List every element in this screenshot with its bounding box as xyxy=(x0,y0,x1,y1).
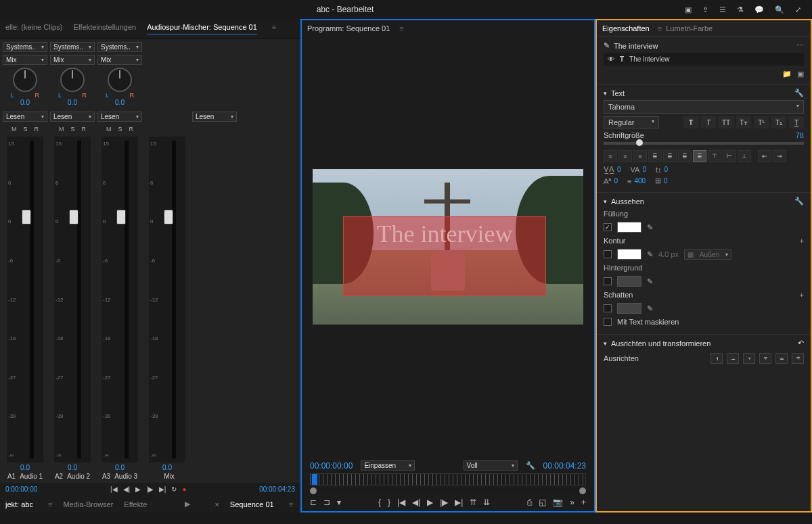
step-back-icon[interactable]: ◀| xyxy=(412,498,420,507)
pan-knob-control[interactable] xyxy=(60,68,85,92)
playhead[interactable] xyxy=(312,474,317,485)
program-video[interactable]: The interview xyxy=(313,169,583,325)
align-left-button[interactable]: ≡ xyxy=(604,150,617,162)
tab-effects[interactable]: Effekteinstellungen xyxy=(73,23,136,34)
eyedropper-icon[interactable]: ✎ xyxy=(647,250,653,259)
underline-button[interactable]: T xyxy=(789,116,804,128)
goto-in-icon[interactable]: |◀ xyxy=(110,485,118,493)
mute-button[interactable]: M xyxy=(106,126,112,133)
eyedropper-icon[interactable]: ✎ xyxy=(647,223,653,232)
tracking-value[interactable]: 0 xyxy=(642,166,646,173)
chevron-down-icon[interactable]: ▾ xyxy=(604,198,607,205)
play-button[interactable]: ▶ xyxy=(185,500,190,508)
align-bottom-icon[interactable]: ⫩ xyxy=(792,353,804,364)
goto-out-icon[interactable]: ▶| xyxy=(455,498,463,507)
visibility-icon[interactable]: 👁 xyxy=(608,55,614,63)
play-icon[interactable]: ▶ xyxy=(427,498,433,507)
justify-right-button[interactable]: ≣ xyxy=(678,150,692,162)
font-size-slider[interactable] xyxy=(604,142,804,145)
lab-icon[interactable]: ⚗ xyxy=(737,5,744,14)
lift-icon[interactable]: ⇈ xyxy=(470,498,476,507)
export-frame-icon[interactable]: ⎙ xyxy=(527,498,532,507)
timecode-current[interactable]: 00:00:00:00 xyxy=(310,461,353,471)
tab-sequence[interactable]: Sequence 01 xyxy=(230,500,274,508)
mute-button[interactable]: M xyxy=(59,126,64,133)
mask-checkbox[interactable] xyxy=(604,318,612,326)
align-top-icon[interactable]: ⫧ xyxy=(759,353,771,364)
fader-handle[interactable] xyxy=(116,210,126,224)
smallcaps-button[interactable]: Tᴛ xyxy=(736,116,751,128)
align-center-button[interactable]: ≡ xyxy=(618,150,632,162)
align-middle-button[interactable]: ⊢ xyxy=(723,150,736,162)
justify-center-button[interactable]: ≣ xyxy=(663,150,677,162)
fader-handle[interactable] xyxy=(164,210,173,224)
solo-button[interactable]: S xyxy=(23,126,27,133)
output-dropdown-3[interactable]: Systems..▾ xyxy=(97,42,142,52)
step-fwd-icon[interactable]: |▶ xyxy=(440,498,448,507)
play-icon[interactable]: ▶ xyxy=(135,485,141,493)
align-hcenter-icon[interactable]: ⫠ xyxy=(727,353,739,364)
new-folder-icon[interactable]: 📁 xyxy=(782,70,792,78)
search-icon[interactable]: 🔍 xyxy=(775,5,784,14)
stroke-position-dropdown[interactable]: ▦ Außen▾ xyxy=(684,249,731,260)
pan-knob-control[interactable] xyxy=(13,68,37,92)
output-dropdown-1[interactable]: Systems..▾ xyxy=(3,42,47,52)
goto-out-icon[interactable]: ▶| xyxy=(159,485,166,493)
baseline-value[interactable]: 0 xyxy=(614,177,618,185)
stroke-width[interactable]: 4.0 px xyxy=(658,250,679,258)
fader-mix[interactable]: 1560-6-12-18-27-39-∞ xyxy=(149,137,185,462)
list-icon[interactable]: ☰ xyxy=(719,5,726,14)
chat-icon[interactable]: 💬 xyxy=(754,5,764,14)
resolution-dropdown[interactable]: Voll▾ xyxy=(464,460,518,471)
goto-in-icon[interactable]: |◀ xyxy=(397,498,405,507)
mute-button[interactable]: M xyxy=(12,126,17,133)
kerning-value[interactable]: 0 xyxy=(617,166,621,173)
align-right-button[interactable]: ≡ xyxy=(633,150,647,162)
bg-checkbox[interactable] xyxy=(604,277,612,285)
fader-2[interactable]: 1560-6-12-18-27-39-∞ xyxy=(54,137,91,462)
panel-menu-icon[interactable]: ≡ xyxy=(658,24,662,32)
align-vcenter-icon[interactable]: ⫨ xyxy=(775,353,788,364)
align-left-icon[interactable]: ⫞ xyxy=(710,353,723,364)
send-dropdown-3[interactable]: Mix▾ xyxy=(97,55,142,65)
font-size-value[interactable]: 78 xyxy=(796,131,804,139)
tsume-value[interactable]: 400 xyxy=(634,177,646,185)
solo-button[interactable]: S xyxy=(118,126,122,133)
automation-dropdown-2[interactable]: Lesen▾ xyxy=(50,112,95,122)
step-back-icon[interactable]: ◀| xyxy=(123,485,131,493)
align-top-button[interactable]: ⊤ xyxy=(708,150,721,162)
add-shadow-icon[interactable]: + xyxy=(800,291,804,299)
fill-color-swatch[interactable] xyxy=(617,222,641,233)
workspace-icon[interactable]: ▣ xyxy=(685,5,692,14)
font-family-dropdown[interactable]: Tahoma▾ xyxy=(604,100,804,114)
eyedropper-icon[interactable]: ✎ xyxy=(647,277,653,286)
step-fwd-icon[interactable]: |▶ xyxy=(146,485,154,493)
timecode-out[interactable]: 00:00:04:23 xyxy=(259,485,295,493)
tab-source[interactable]: elle: (keine Clips) xyxy=(5,23,62,34)
fader-handle[interactable] xyxy=(22,210,31,224)
time-ruler[interactable] xyxy=(310,473,586,485)
camera-icon[interactable]: 📷 xyxy=(553,498,563,507)
pan-knob-control[interactable] xyxy=(108,68,132,92)
ltr-button[interactable]: ⇥ xyxy=(773,150,786,162)
italic-button[interactable]: T xyxy=(701,116,716,128)
scrub-bar[interactable] xyxy=(310,488,586,494)
automation-dropdown-3[interactable]: Lesen▾ xyxy=(97,112,142,122)
record-button[interactable]: R xyxy=(129,126,134,133)
bold-button[interactable]: T xyxy=(683,116,698,128)
share-icon[interactable]: ⇪ xyxy=(702,5,708,14)
send-dropdown-2[interactable]: Mix▾ xyxy=(50,55,95,65)
automation-dropdown-1[interactable]: Lesen▾ xyxy=(3,112,47,122)
more-icon[interactable]: ⋯ xyxy=(796,41,804,50)
fullscreen-icon[interactable]: ⤢ xyxy=(795,5,801,14)
tab-lumetri[interactable]: Lumetri-Farbe xyxy=(666,24,713,32)
marker-in-icon[interactable]: ⊏ xyxy=(310,498,317,507)
font-style-dropdown[interactable]: Regular▾ xyxy=(604,116,659,128)
chevron-down-icon[interactable]: ▾ xyxy=(604,90,607,97)
align-right-icon[interactable]: ⫟ xyxy=(743,353,755,364)
more-icon[interactable]: » xyxy=(570,498,574,507)
automation-dropdown-mix[interactable]: Lesen▾ xyxy=(192,112,237,122)
mark-in-icon[interactable]: { xyxy=(378,498,381,507)
shadow-color-swatch[interactable] xyxy=(617,303,641,314)
chevron-down-icon[interactable]: ▾ xyxy=(604,340,607,347)
